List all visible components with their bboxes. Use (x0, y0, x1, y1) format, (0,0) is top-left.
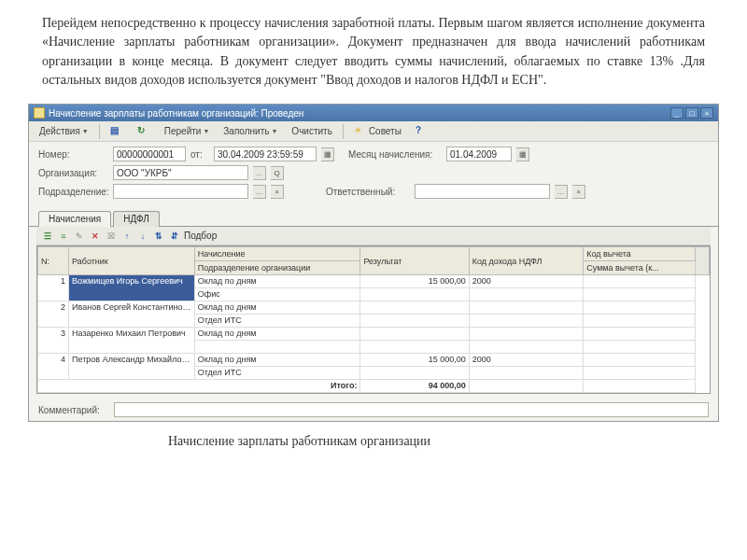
deduct-sum-cell[interactable] (584, 315, 696, 328)
income-sub-cell[interactable] (469, 315, 583, 328)
tab-accruals[interactable]: Начисления (38, 211, 111, 227)
help-icon[interactable]: ? (410, 123, 434, 140)
close-button[interactable]: × (700, 107, 713, 119)
clear-button[interactable]: Очистить (286, 124, 338, 138)
org-select-icon[interactable]: … (253, 166, 266, 180)
row-number[interactable]: 3 (38, 328, 69, 354)
result-cell[interactable] (360, 301, 469, 315)
result-sub-cell[interactable] (360, 315, 469, 328)
col-income-code[interactable]: Код дохода НДФЛ (469, 247, 583, 275)
actions-menu[interactable]: Действия▼ (34, 124, 94, 138)
employee-cell[interactable]: Назаренко Михаил Петрович (69, 328, 195, 354)
col-charge[interactable]: Начисление (194, 247, 360, 261)
table-toolbar: ☰ ≡ ✎ ✕ ☒ ↑ ↓ ⇅ ⇵ Подбор (36, 227, 711, 245)
result-cell[interactable] (360, 328, 469, 341)
responsible-select-icon[interactable]: … (555, 185, 568, 199)
org-field[interactable]: ООО "УКРБ" (113, 165, 248, 180)
move-down-icon[interactable]: ↓ (136, 230, 149, 243)
refresh-icon[interactable]: ↻ (132, 123, 156, 140)
employee-cell[interactable]: Вожмищев Игорь Сергеевич (69, 275, 195, 301)
employee-cell[interactable]: Петров Александр Михайлович (69, 354, 195, 380)
month-stepper-icon[interactable]: ▦ (516, 147, 529, 161)
deduct-code-cell[interactable] (584, 328, 696, 341)
income-sub-cell[interactable] (469, 341, 583, 354)
responsible-clear-icon[interactable]: × (572, 185, 585, 199)
dept-select-icon[interactable]: … (253, 185, 266, 199)
dept-cell[interactable]: Офис (194, 288, 360, 301)
col-employee[interactable]: Работник (69, 247, 195, 275)
income-code-cell[interactable] (469, 328, 583, 341)
app-window: Начисление зарплаты работникам организац… (28, 104, 719, 422)
move-up-icon[interactable]: ↑ (120, 230, 134, 243)
income-sub-cell[interactable] (469, 288, 583, 301)
responsible-field[interactable] (415, 184, 550, 199)
result-sub-cell[interactable] (360, 288, 469, 301)
dept-cell[interactable]: Отдел ИТС (194, 315, 360, 328)
deduct-code-cell[interactable] (584, 354, 696, 367)
deduct-sum-cell[interactable] (584, 341, 696, 354)
dept-clear-icon[interactable]: × (271, 185, 284, 199)
col-result[interactable]: Результат (360, 247, 469, 275)
result-sub-cell[interactable] (360, 341, 469, 354)
description-paragraph: Перейдем непосредственно к процессу начи… (0, 0, 747, 99)
col-deduct-sum[interactable]: Сумма вычета (к... (584, 261, 696, 275)
deduct-code-cell[interactable] (584, 275, 696, 288)
employee-cell[interactable]: Иванов Сергей Константинович (69, 301, 195, 328)
responsible-label: Ответственный: (326, 187, 410, 197)
fill-menu[interactable]: Заполнить▼ (218, 124, 283, 138)
col-n[interactable]: N: (38, 247, 69, 275)
save-icon[interactable]: ▤ (105, 123, 129, 140)
result-cell[interactable]: 15 000,00 (360, 354, 469, 367)
insert-row-icon[interactable]: ≡ (57, 230, 70, 243)
result-sub-cell[interactable] (360, 367, 469, 380)
total-value: 94 000,00 (360, 380, 469, 393)
selection-button[interactable]: Подбор (184, 231, 217, 241)
dept-label: Подразделение: (38, 187, 108, 197)
row-number[interactable]: 4 (38, 354, 69, 380)
charge-cell[interactable]: Оклад по дням (194, 328, 360, 341)
tips-button[interactable]: ☀Советы (348, 123, 407, 140)
title-bar: Начисление зарплаты работникам организац… (29, 105, 718, 121)
vertical-scrollbar[interactable] (696, 247, 710, 275)
minimize-button[interactable]: _ (670, 107, 684, 119)
income-code-cell[interactable]: 2000 (469, 354, 583, 367)
date-picker-icon[interactable]: ▦ (321, 147, 334, 161)
result-cell[interactable]: 15 000,00 (360, 275, 469, 288)
row-number[interactable]: 2 (38, 301, 69, 328)
form-area: Номер: 00000000001 от: 30.04.2009 23:59:… (29, 142, 718, 207)
deduct-sum-cell[interactable] (584, 367, 696, 380)
income-code-cell[interactable] (469, 301, 583, 315)
row-number[interactable]: 1 (38, 275, 69, 301)
number-field[interactable]: 00000000001 (113, 147, 186, 161)
dept-cell[interactable] (194, 341, 360, 354)
main-toolbar: Действия▼ ▤ ↻ Перейти▼ Заполнить▼ Очисти… (29, 121, 718, 142)
dept-field[interactable] (113, 184, 248, 199)
col-charge-sub[interactable]: Подразделение организации (194, 261, 360, 275)
deduct-code-cell[interactable] (584, 301, 696, 315)
dept-cell[interactable]: Отдел ИТС (194, 367, 360, 380)
date-field[interactable]: 30.04.2009 23:59:59 (214, 147, 317, 161)
total-label: Итого: (38, 380, 360, 393)
go-menu[interactable]: Перейти▼ (159, 124, 216, 138)
clear-rows-icon[interactable]: ☒ (105, 230, 118, 243)
month-field[interactable]: 01.04.2009 (446, 147, 512, 161)
income-sub-cell[interactable] (469, 367, 583, 380)
org-lookup-icon[interactable]: Q (271, 166, 284, 180)
charge-cell[interactable]: Оклад по дням (194, 354, 360, 367)
deduct-sum-cell[interactable] (584, 288, 696, 301)
maximize-button[interactable]: □ (685, 107, 698, 119)
add-row-icon[interactable]: ☰ (41, 230, 54, 243)
comment-field[interactable] (114, 402, 709, 417)
tabs: Начисления НДФЛ (29, 207, 718, 227)
sort-asc-icon[interactable]: ⇅ (152, 230, 165, 243)
comment-label: Комментарий: (38, 405, 108, 415)
income-code-cell[interactable]: 2000 (469, 275, 583, 288)
col-deduct-code[interactable]: Код вычета (584, 247, 696, 261)
delete-row-icon[interactable]: ✕ (89, 230, 102, 243)
charge-cell[interactable]: Оклад по дням (194, 275, 360, 288)
charge-cell[interactable]: Оклад по дням (194, 301, 360, 315)
edit-row-icon[interactable]: ✎ (73, 230, 86, 243)
tab-ndfl[interactable]: НДФЛ (113, 211, 160, 227)
sort-desc-icon[interactable]: ⇵ (168, 230, 181, 243)
window-title: Начисление зарплаты работникам организац… (49, 108, 303, 119)
